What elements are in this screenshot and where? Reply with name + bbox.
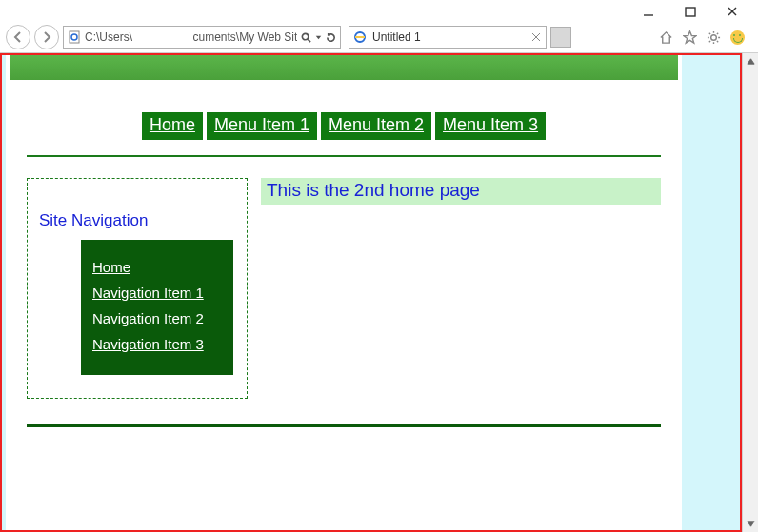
tab-title: Untitled 1 [372,30,525,44]
tab-close-icon[interactable] [530,31,542,43]
address-controls [301,32,336,43]
address-text-left: C:\Users\ [85,30,190,44]
svg-line-7 [308,39,310,42]
dropdown-icon[interactable] [313,32,324,43]
content-headline: This is the 2nd home page [261,178,661,205]
sidenav-item-1[interactable]: Navigation Item 1 [92,285,222,301]
main-content: This is the 2nd home page [261,178,661,205]
sidenav-item-3[interactable]: Navigation Item 3 [92,336,222,352]
top-nav: Home Menu Item 1 Menu Item 2 Menu Item 3 [6,112,682,140]
browser-toolbar: C:\Users\ cuments\My Web Sites\ Untitled… [0,23,758,52]
ie-logo-icon [353,30,367,44]
svg-marker-13 [747,59,753,64]
home-icon[interactable] [659,30,673,45]
svg-marker-14 [747,522,753,526]
sidenav-home[interactable]: Home [92,259,222,275]
scroll-down-arrow[interactable] [743,516,758,532]
main-columns: Site Navigation Home Navigation Item 1 N… [6,167,682,399]
side-nav-heading: Site Navigation [39,211,237,230]
topnav-item-3[interactable]: Menu Item 3 [435,112,546,140]
scroll-up-arrow[interactable] [743,53,758,69]
browser-tab[interactable]: Untitled 1 [349,26,547,49]
toolbar-right-icons [659,30,752,45]
window-close-button[interactable] [726,5,739,18]
browser-viewport: Home Menu Item 1 Menu Item 2 Menu Item 3… [0,53,758,532]
page-file-icon [68,30,81,44]
favorites-star-icon[interactable] [683,30,697,45]
browser-chrome: C:\Users\ cuments\My Web Sites\ Untitled… [0,0,758,53]
page-panel: Home Menu Item 1 Menu Item 2 Menu Item 3… [6,55,682,530]
window-maximize-button[interactable] [684,5,697,18]
topnav-home[interactable]: Home [142,112,203,140]
search-icon[interactable] [301,32,311,43]
svg-point-6 [302,33,308,39]
back-button[interactable] [6,25,30,49]
new-tab-button[interactable] [550,27,571,48]
topnav-item-1[interactable]: Menu Item 1 [207,112,317,140]
topnav-item-2[interactable]: Menu Item 2 [321,112,431,140]
header-banner [10,55,678,80]
svg-marker-11 [684,31,696,43]
side-nav-box: Site Navigation Home Navigation Item 1 N… [27,178,248,399]
sidenav-item-2[interactable]: Navigation Item 2 [92,310,222,326]
forward-button[interactable] [34,25,59,49]
divider-bottom [27,424,661,427]
svg-point-12 [711,34,717,40]
svg-rect-1 [686,8,695,16]
divider-top [27,155,661,157]
feedback-smiley-icon[interactable] [730,30,745,45]
window-minimize-button[interactable] [642,5,655,18]
side-nav-list: Home Navigation Item 1 Navigation Item 2… [81,240,233,375]
page-content-frame: Home Menu Item 1 Menu Item 2 Menu Item 3… [0,53,742,532]
refresh-icon[interactable] [326,32,336,43]
address-bar[interactable]: C:\Users\ cuments\My Web Sites\ [63,26,341,49]
address-text-right: cuments\My Web Sites\ [193,30,298,44]
tools-gear-icon[interactable] [707,30,721,45]
window-titlebar [0,0,758,23]
vertical-scrollbar[interactable] [742,53,758,532]
